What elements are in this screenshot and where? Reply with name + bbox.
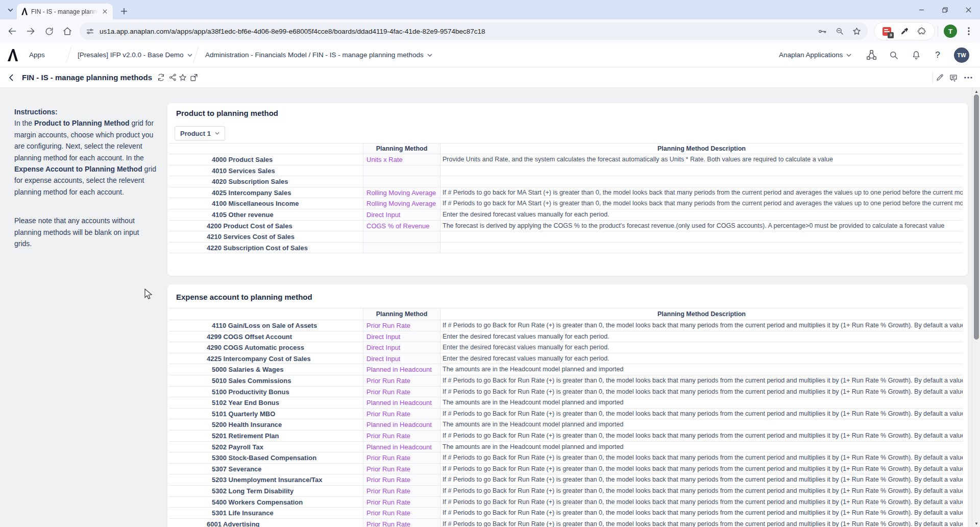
extensions-puzzle-icon[interactable]: [917, 27, 926, 36]
comments-icon[interactable]: [947, 71, 960, 84]
scrollbar-down-arrow[interactable]: ▼: [972, 520, 980, 527]
copy-page-icon[interactable]: [187, 71, 201, 84]
planning-method-link[interactable]: Prior Run Rate: [363, 464, 440, 474]
account-label: 5202 Payroll Tax: [169, 442, 363, 452]
more-options-icon[interactable]: [962, 71, 975, 84]
method-description: If # Periods to go Back for Run Rate (+)…: [440, 474, 963, 485]
reload-icon[interactable]: [41, 23, 57, 39]
app-switcher-icon[interactable]: [863, 46, 880, 64]
account-label: 5400 Workers Compensation: [169, 497, 363, 508]
password-key-icon[interactable]: [818, 27, 827, 36]
account-label: 4210 Services Cost of Sales: [169, 231, 363, 242]
planning-method-link: [363, 243, 440, 253]
help-icon[interactable]: ?: [929, 46, 946, 64]
method-description: If # Periods to go Back for Run Rate (+)…: [440, 387, 963, 397]
planning-method-link: [363, 231, 440, 242]
method-description: Enter the desired forecast values manual…: [440, 353, 963, 364]
planning-method-link[interactable]: Direct Input: [363, 342, 440, 353]
eyedropper-extension-icon[interactable]: [900, 27, 909, 36]
browser-profile-avatar[interactable]: T: [944, 25, 957, 38]
url-bar[interactable]: us1a.app.anaplan.com/a/apps/app/a38f1edc…: [80, 22, 868, 40]
planning-method-link[interactable]: Direct Input: [363, 353, 440, 364]
account-row: 4100 Miscellaneous IncomeRolling Moving …: [169, 198, 963, 209]
planning-method-link[interactable]: Units x Rate: [363, 154, 440, 165]
back-icon[interactable]: [4, 23, 20, 39]
planning-method-link[interactable]: Rolling Moving Average: [363, 198, 440, 209]
model-selector[interactable]: [Presales] IFP v2.0.0 - Base Demo: [78, 43, 192, 67]
home-icon[interactable]: [59, 23, 76, 39]
account-row: 6001 AdvertisingPrior Run RateIf # Perio…: [169, 519, 963, 527]
account-row: 4225 Intercompany Cost of SalesDirect In…: [169, 353, 963, 365]
planning-method-link[interactable]: Prior Run Rate: [363, 430, 440, 441]
planning-method-column-header: Planning Method: [363, 143, 440, 154]
account-label: 6001 Advertising: [169, 519, 363, 527]
breadcrumb-separator: [193, 47, 199, 63]
zoom-icon[interactable]: [835, 27, 844, 36]
forward-icon[interactable]: [22, 23, 39, 39]
planning-method-link[interactable]: Planned in Headcount: [363, 442, 440, 452]
anaplan-logo[interactable]: [7, 49, 18, 62]
method-description: The amounts are in the Headcount model p…: [440, 397, 963, 408]
search-icon[interactable]: [885, 46, 902, 64]
breadcrumb[interactable]: Administration - Financials Model / FIN …: [205, 43, 432, 67]
page-scrollbar: ▲ ▼: [972, 88, 980, 527]
browser-menu-kebab-icon[interactable]: [961, 23, 977, 39]
url-text[interactable]: us1a.app.anaplan.com/a/apps/app/a38f1edc…: [100, 28, 818, 35]
planning-method-link[interactable]: Prior Run Rate: [363, 375, 440, 386]
planning-method-link[interactable]: Prior Run Rate: [363, 387, 440, 397]
back-chevron-icon[interactable]: [4, 71, 17, 84]
account-label: 4025 Intercompany Sales: [169, 187, 363, 198]
planning-method-link[interactable]: Prior Run Rate: [363, 486, 440, 496]
planning-method-link[interactable]: Prior Run Rate: [363, 320, 440, 331]
site-settings-icon[interactable]: [86, 27, 94, 36]
scrollbar-thumb[interactable]: [974, 94, 979, 340]
planning-method-link[interactable]: Planned in Headcount: [363, 419, 440, 430]
method-description: [440, 231, 963, 242]
scrollbar-up-arrow[interactable]: ▲: [972, 88, 980, 95]
method-description: If # Periods to go Back for Run Rate (+)…: [440, 464, 963, 474]
account-label: 4105 Other revenue: [169, 209, 363, 220]
planning-method-link[interactable]: Prior Run Rate: [363, 497, 440, 508]
chevron-down-icon: [215, 132, 219, 135]
user-avatar[interactable]: TW: [954, 47, 969, 63]
expense-grid: Planning Method Planning Method Descript…: [169, 308, 963, 527]
method-description: If # Periods to go Back for Run Rate (+)…: [440, 320, 963, 331]
account-label: 5101 Quarterly MBO: [169, 409, 363, 419]
account-label: 5010 Sales Commissions: [169, 375, 363, 386]
planning-method-link[interactable]: Direct Input: [363, 331, 440, 342]
account-row: 5200 Health InsurancePlanned in Headcoun…: [169, 419, 963, 430]
planning-method-link[interactable]: Direct Input: [363, 209, 440, 220]
window-close-button[interactable]: [957, 0, 980, 19]
browser-tab[interactable]: FIN - IS - manage planning met: [17, 4, 113, 19]
method-description: Enter the desired forecast values manual…: [440, 209, 963, 220]
edit-pencil-icon[interactable]: [933, 71, 946, 84]
planning-method-link[interactable]: Rolling Moving Average: [363, 187, 440, 198]
chevron-down-icon: [187, 54, 192, 57]
chevron-down-icon: [846, 54, 851, 57]
planning-method-link[interactable]: Prior Run Rate: [363, 519, 440, 527]
planning-method-link[interactable]: Planned in Headcount: [363, 397, 440, 408]
new-tab-button[interactable]: [117, 5, 131, 18]
window-minimize-button[interactable]: [910, 0, 933, 19]
planning-method-link[interactable]: Prior Run Rate: [363, 508, 440, 518]
planning-method-link[interactable]: Prior Run Rate: [363, 409, 440, 419]
planning-method-link[interactable]: Prior Run Rate: [363, 474, 440, 485]
adblock-extension-icon[interactable]: 3: [883, 27, 891, 36]
planning-method-link[interactable]: COGS % of Revenue: [363, 221, 440, 231]
planning-method-link[interactable]: Prior Run Rate: [363, 452, 440, 463]
account-row: 4290 COGS Automatic processDirect InputE…: [169, 342, 963, 353]
window-restore-button[interactable]: [933, 0, 957, 19]
notifications-bell-icon[interactable]: [908, 46, 925, 64]
account-row: 5100 Productivity BonusPrior Run RateIf …: [169, 387, 963, 398]
card-title: Expense account to planning method: [176, 293, 312, 301]
account-label: 5300 Stock-Based Compensation: [169, 452, 363, 463]
nav-apps[interactable]: Apps: [29, 43, 54, 67]
applications-menu[interactable]: Anaplan Applications: [779, 43, 851, 67]
method-description: The forecast is derived by applying the …: [440, 221, 963, 231]
planning-method-link[interactable]: Planned in Headcount: [363, 364, 440, 375]
product-selector-dropdown[interactable]: Product 1: [175, 126, 225, 140]
tab-search-button[interactable]: [4, 4, 17, 16]
bookmark-star-icon[interactable]: [852, 27, 862, 36]
tab-close-icon[interactable]: [101, 8, 109, 16]
account-label: 4220 Subscription Cost of Sales: [169, 243, 363, 253]
